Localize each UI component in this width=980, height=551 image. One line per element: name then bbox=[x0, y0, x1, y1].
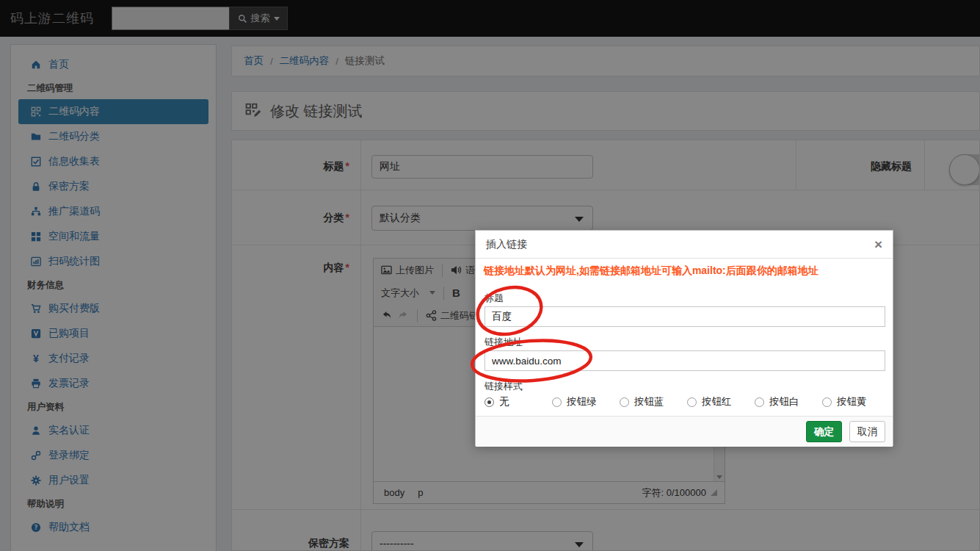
dialog-warning-text: 链接地址默认为网址,如需链接邮箱地址可输入mailto:后面跟你的邮箱地址 bbox=[484, 264, 886, 278]
ok-button[interactable]: 确定 bbox=[806, 421, 842, 442]
link-url-input[interactable] bbox=[484, 350, 885, 371]
link-title-label: 标题 bbox=[484, 292, 504, 305]
radio-icon bbox=[755, 397, 764, 407]
link-style-options: 无 按钮绿 按钮蓝 按钮红 按钮白 按钮黄 bbox=[484, 395, 885, 408]
app-window: 码上游二维码 搜索 首页 二维码管理 二维码内容 二维码分类 信息收集表 bbox=[0, 0, 980, 551]
radio-style-button-yellow[interactable]: 按钮黄 bbox=[822, 395, 890, 408]
close-icon[interactable]: × bbox=[874, 237, 882, 251]
radio-style-button-red[interactable]: 按钮红 bbox=[687, 395, 755, 408]
insert-link-dialog: 插入链接 × 链接地址默认为网址,如需链接邮箱地址可输入mailto:后面跟你的… bbox=[475, 230, 893, 446]
dialog-header: 插入链接 × bbox=[476, 231, 893, 259]
link-title-input[interactable] bbox=[484, 306, 885, 327]
radio-icon bbox=[620, 397, 629, 407]
link-style-label: 链接样式 bbox=[484, 380, 523, 393]
radio-icon bbox=[822, 397, 832, 407]
cancel-button[interactable]: 取消 bbox=[849, 421, 885, 442]
radio-icon bbox=[687, 397, 697, 407]
radio-style-button-white[interactable]: 按钮白 bbox=[755, 395, 822, 408]
dialog-footer: 确定 取消 bbox=[476, 416, 893, 447]
radio-icon bbox=[484, 397, 494, 407]
radio-style-none[interactable]: 无 bbox=[484, 395, 552, 408]
dialog-title: 插入链接 bbox=[486, 238, 527, 251]
link-url-label: 链接地址 bbox=[484, 336, 523, 349]
radio-icon bbox=[552, 397, 562, 407]
radio-style-button-green[interactable]: 按钮绿 bbox=[552, 395, 620, 408]
radio-style-button-blue[interactable]: 按钮蓝 bbox=[620, 395, 687, 408]
